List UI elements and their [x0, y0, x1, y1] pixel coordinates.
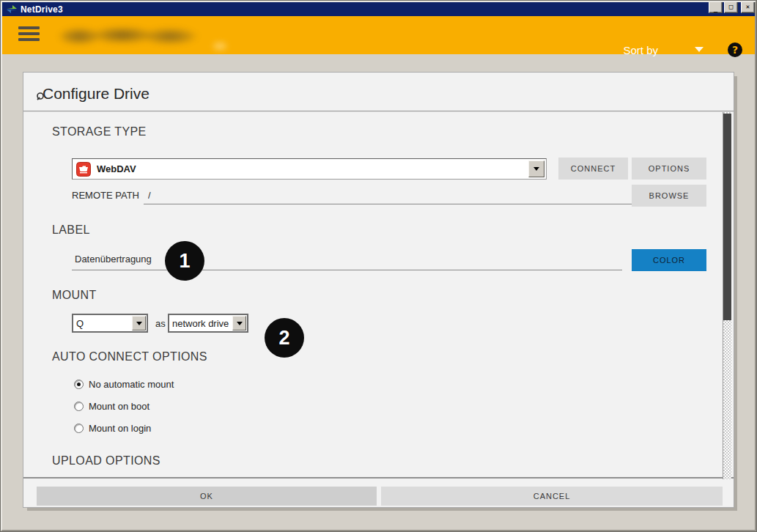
minimize-button[interactable]: _ — [709, 1, 723, 13]
connect-button[interactable]: CONNECT — [558, 158, 628, 180]
radio-mount-on-boot[interactable]: Mount on boot — [74, 401, 149, 412]
storage-type-select[interactable]: WebDAV — [72, 158, 547, 180]
footer-divider — [23, 477, 734, 479]
mount-type-dropdown-arrow[interactable] — [232, 316, 246, 330]
triangle-down-icon — [533, 167, 539, 171]
storage-type-value: WebDAV — [97, 163, 136, 174]
label-heading: LABEL — [52, 223, 90, 237]
mount-heading: MOUNT — [52, 289, 97, 302]
title-divider — [23, 111, 734, 111]
browse-button[interactable]: BROWSE — [632, 185, 706, 207]
app-header: Sort by ? — [2, 16, 755, 54]
vertical-scrollbar[interactable] — [723, 112, 731, 479]
account-email-redacted[interactable] — [58, 24, 202, 46]
drive-letter-value: Q — [76, 318, 84, 329]
color-button[interactable]: COLOR — [632, 249, 706, 271]
drive-letter-dropdown-arrow[interactable] — [132, 316, 146, 330]
netdrive-logo-icon — [6, 4, 18, 15]
triangle-down-icon — [237, 322, 243, 325]
radio-icon — [74, 402, 84, 411]
drive-letter-select[interactable]: Q — [72, 314, 148, 333]
remote-path-input[interactable] — [144, 188, 637, 204]
ok-button[interactable]: OK — [37, 487, 377, 506]
configure-drive-panel: Configure Drive STORAGE TYPE WebDAV CONN… — [23, 72, 734, 508]
upload-options-heading: UPLOAD OPTIONS — [52, 454, 160, 468]
options-button[interactable]: OPTIONS — [632, 158, 706, 180]
window-titlebar[interactable]: NetDrive3 — [2, 2, 755, 16]
annotation-badge-1: 1 — [165, 241, 204, 281]
annotation-badge-2: 2 — [265, 318, 304, 358]
chevron-down-icon[interactable] — [695, 47, 704, 52]
hamburger-menu-icon[interactable] — [18, 26, 40, 43]
radio-mount-on-login[interactable]: Mount on login — [74, 423, 151, 434]
scrollbar-thumb[interactable] — [723, 114, 731, 320]
storage-type-dropdown-arrow[interactable] — [528, 160, 544, 177]
mount-type-select[interactable]: network drive — [168, 314, 248, 333]
auto-connect-heading: AUTO CONNECT OPTIONS — [52, 350, 207, 363]
remote-path-label: REMOTE PATH — [72, 190, 139, 201]
cancel-button[interactable]: CANCEL — [381, 487, 723, 506]
help-icon[interactable]: ? — [728, 43, 742, 57]
page-title: Configure Drive — [43, 85, 149, 103]
maximize-button[interactable]: □ — [724, 1, 738, 13]
mount-as-label: as — [155, 318, 166, 329]
radio-no-automatic-mount[interactable]: No automatic mount — [74, 379, 174, 390]
triangle-down-icon — [136, 322, 142, 325]
sort-by-button[interactable]: Sort by — [623, 44, 658, 56]
window-title: NetDrive3 — [21, 4, 63, 15]
radio-icon — [74, 380, 84, 389]
close-button[interactable]: ✕ — [741, 1, 755, 13]
account-chevron-blurred — [213, 43, 226, 50]
webdav-icon — [76, 162, 91, 177]
radio-icon — [74, 424, 84, 433]
window-controls: _ □ ✕ — [709, 1, 755, 13]
storage-type-heading: STORAGE TYPE — [52, 125, 147, 138]
mount-type-value: network drive — [172, 318, 229, 329]
drive-label-input[interactable] — [72, 251, 622, 270]
